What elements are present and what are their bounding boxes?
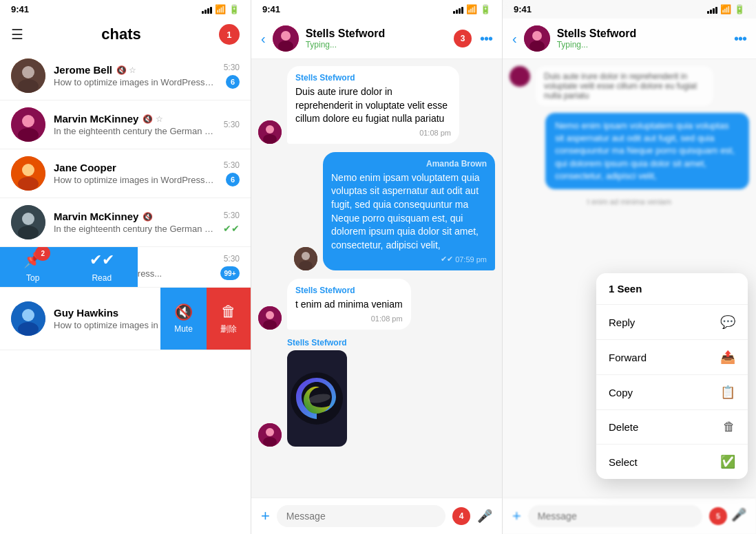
context-forward-label: Forward xyxy=(609,352,647,363)
context-item-select[interactable]: Select ✅ xyxy=(596,445,748,479)
chat-meta-2: 5:30 xyxy=(224,120,240,129)
message-group-2: Amanda Brown Nemo enim ipsam voluptatem … xyxy=(258,152,495,271)
time-middle: 9:41 xyxy=(262,4,280,14)
right-bubble-out-1: Nemo enim ipsam voluptatem quia voluptas… xyxy=(545,113,749,189)
msg-time-2: ✔✔ 07:59 pm xyxy=(331,255,487,264)
input-badge: 4 xyxy=(452,507,470,525)
context-item-delete[interactable]: Delete 🗑 xyxy=(596,410,748,445)
chat-meta-5: 5:30 99+ xyxy=(220,254,240,280)
chat-preview-2: In the eighteenth century the German phi… xyxy=(54,126,216,136)
messages-area: Stells Stefword Duis aute irure dolor in… xyxy=(251,59,502,498)
chat-item-3[interactable]: Jane Cooper How to optimize images in Wo… xyxy=(0,149,251,198)
chat-window-panel: 9:41 📶 🔋 ‹ Stells Stefword Typing... 3 •… xyxy=(251,0,503,534)
select-icon: ✅ xyxy=(720,454,735,469)
svg-point-8 xyxy=(18,177,39,191)
wifi-icon-middle: 📶 xyxy=(466,4,477,14)
context-item-copy[interactable]: Copy 📋 xyxy=(596,375,748,410)
contact-name-middle: Stells Stefword xyxy=(306,28,447,40)
context-item-reply[interactable]: Reply 💬 xyxy=(596,305,748,340)
right-bubble-in-1: Duis aute irure dolor in reprehenderit i… xyxy=(536,66,713,106)
message-group-4: Stells Stefword xyxy=(258,338,495,447)
chat-time-5: 5:30 xyxy=(224,254,240,264)
chat-meta-3: 5:30 6 xyxy=(224,160,240,186)
msg-sender-1: Stells Stefword xyxy=(295,73,451,83)
chat-window-header: ‹ Stells Stefword Typing... 3 ••• xyxy=(251,19,502,59)
add-button[interactable]: + xyxy=(261,507,270,525)
avatar-jerome xyxy=(11,58,45,93)
right-input-bar: + 5 🎤 xyxy=(503,498,756,534)
swipe-actions: 🔇 Mute 🗑 删除 xyxy=(160,288,251,350)
context-seen-label: 1 Seen xyxy=(596,273,748,305)
right-panel: 9:41 📶 🔋 ‹ Stells Stefword Typing... ••• xyxy=(503,0,756,534)
chat-time-2: 5:30 xyxy=(224,120,240,129)
status-icons-middle: 📶 🔋 xyxy=(453,4,491,14)
svg-point-17 xyxy=(278,41,293,52)
add-button-right[interactable]: + xyxy=(512,507,521,525)
chat-info-3: Jane Cooper How to optimize images in Wo… xyxy=(54,162,216,185)
msg-text-1: Duis aute irure dolor in reprehenderit i… xyxy=(295,85,451,126)
check-icon-4: ✔✔ xyxy=(223,223,240,234)
mute-button[interactable]: 🔇 Mute xyxy=(160,288,207,350)
chat-preview-3: How to optimize images in WordPress for.… xyxy=(54,175,216,185)
context-select-label: Select xyxy=(609,456,638,468)
avatar-guy xyxy=(11,301,45,336)
msg-text-3: t enim ad minima veniam xyxy=(295,298,403,312)
back-button-right[interactable]: ‹ xyxy=(512,31,517,47)
back-button[interactable]: ‹ xyxy=(261,31,266,47)
mic-button-right[interactable]: 🎤 xyxy=(731,507,746,525)
msg-avatar-2 xyxy=(294,247,317,270)
header-actions-middle: 3 ••• xyxy=(454,30,492,47)
right-input-icons: 5 🎤 xyxy=(709,507,746,525)
msg-sender-4: Stells Stefword xyxy=(287,338,347,348)
chat-info-1: Jerome Bell 🔇 ☆ How to optimize images i… xyxy=(54,64,216,87)
pin-read-overlay: 📌 2 Top ✔✔ Read xyxy=(0,247,138,287)
battery-icon: 🔋 xyxy=(229,4,240,14)
chat-item-5[interactable]: pper mize images in WordPress... 5:30 99… xyxy=(0,247,251,288)
chat-preview-4: In the eighteenth century the German phi… xyxy=(54,224,215,234)
delete-button[interactable]: 🗑 删除 xyxy=(207,288,251,350)
more-options-right[interactable]: ••• xyxy=(734,31,746,47)
chat-icons-4: 🔇 xyxy=(143,212,153,222)
unread-badge-5: 99+ xyxy=(220,266,240,280)
chat-preview-1: How to optimize images in WordPress for.… xyxy=(54,77,216,87)
menu-icon[interactable]: ☰ xyxy=(11,26,23,43)
msg-sender-3: Stells Stefword xyxy=(295,286,403,295)
chat-name-3: Jane Cooper xyxy=(54,162,116,173)
avatar-marvin2 xyxy=(11,205,45,239)
chat-time-4: 5:30 xyxy=(224,211,240,220)
battery-icon-right: 🔋 xyxy=(734,4,745,14)
contact-avatar-right xyxy=(524,25,550,52)
contact-status-middle: Typing... xyxy=(306,40,447,50)
svg-point-7 xyxy=(22,164,34,176)
message-group-1: Stells Stefword Duis aute irure dolor in… xyxy=(258,66,495,144)
chat-name-2: Marvin McKinney xyxy=(54,113,138,125)
msg-avatar-1 xyxy=(258,120,282,144)
header-info: Stells Stefword Typing... xyxy=(306,28,447,50)
avatar-marvin1 xyxy=(11,107,45,142)
svg-point-1 xyxy=(22,66,34,78)
chat-item-guy[interactable]: Guy Hawkins How to optimize images in W … xyxy=(0,288,251,350)
status-bar-left: 9:41 📶 🔋 xyxy=(0,0,251,19)
right-msg-incoming-1: Duis aute irure dolor in reprehenderit i… xyxy=(510,66,713,106)
chat-meta-4: 5:30 ✔✔ xyxy=(223,211,240,234)
context-item-forward[interactable]: Forward 📤 xyxy=(596,340,748,375)
chat-item-1[interactable]: Jerome Bell 🔇 ☆ How to optimize images i… xyxy=(0,52,251,100)
chat-item-4[interactable]: Marvin McKinney 🔇 In the eighteenth cent… xyxy=(0,198,251,247)
context-menu: 1 Seen Reply 💬 Forward 📤 Copy 📋 Delete 🗑… xyxy=(596,273,748,479)
unread-badge-3: 6 xyxy=(226,173,240,186)
battery-icon-middle: 🔋 xyxy=(480,4,491,14)
contact-avatar-middle xyxy=(273,25,299,52)
status-bar-right: 9:41 📶 🔋 xyxy=(503,0,756,19)
signal-icon xyxy=(202,6,212,14)
chat-item-2[interactable]: Marvin McKinney 🔇 ☆ In the eighteenth ce… xyxy=(0,100,251,149)
context-delete-label: Delete xyxy=(609,421,638,433)
more-options-button[interactable]: ••• xyxy=(480,31,492,47)
message-input-right[interactable] xyxy=(528,505,702,527)
svg-point-28 xyxy=(266,428,274,436)
message-input[interactable] xyxy=(277,505,445,527)
mic-button[interactable]: 🎤 xyxy=(477,509,492,524)
right-msg-avatar-1 xyxy=(510,66,530,87)
read-button[interactable]: ✔✔ Read xyxy=(90,251,114,283)
pin-button[interactable]: 📌 2 Top xyxy=(23,251,42,283)
wifi-icon: 📶 xyxy=(215,4,226,14)
